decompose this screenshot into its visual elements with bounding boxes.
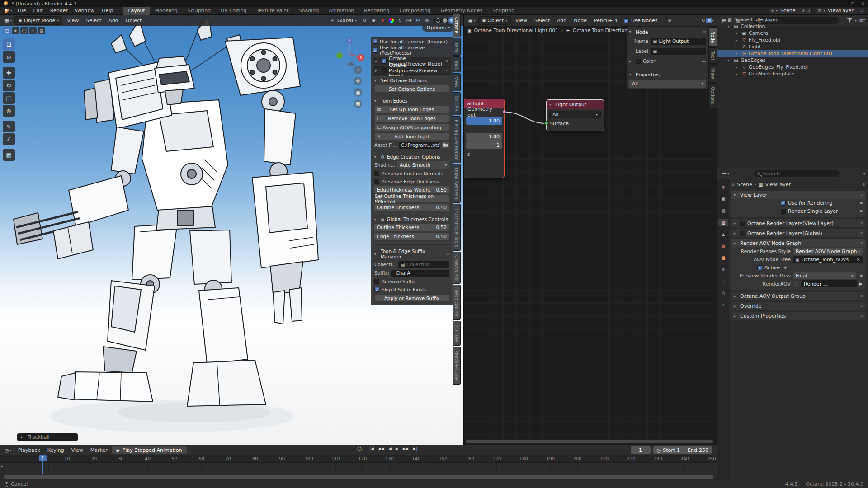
viewport-menu[interactable]: Select bbox=[82, 17, 105, 24]
node-editor-menu[interactable]: Select bbox=[531, 17, 553, 24]
color-wheel-icon[interactable] bbox=[389, 18, 394, 23]
panel-header-view-layer[interactable]: ▾View Layer≡ bbox=[731, 191, 866, 199]
panel-header[interactable]: ▾Node≡ bbox=[629, 28, 706, 35]
overlay-toggle-icon[interactable]: ◍ bbox=[706, 18, 712, 23]
suffix-field[interactable]: _CharA bbox=[391, 270, 449, 277]
outliner-item-label[interactable]: GeoEdges_Fly_Fixed.obj bbox=[749, 64, 808, 70]
octane-check-row[interactable]: Use for all cameras (PostProcess) bbox=[373, 45, 451, 56]
viewport-menu[interactable]: Object bbox=[122, 17, 146, 24]
new-layer-icon[interactable]: ❏ bbox=[860, 9, 863, 13]
add-cube-tool[interactable]: ▦ bbox=[3, 149, 15, 161]
timeline-ruler[interactable]: 1020304050607080901001101201301401501601… bbox=[0, 455, 717, 463]
overlays-dropdown[interactable]: ◍ bbox=[424, 18, 430, 23]
surface-input-socket[interactable] bbox=[544, 121, 548, 125]
cursor-tool[interactable]: ⊕ bbox=[3, 51, 15, 63]
sidebar-tab[interactable]: View bbox=[708, 65, 717, 83]
octane-check-row[interactable]: Preserve EdgeThickness bbox=[374, 178, 449, 185]
properties-filter-dropdown[interactable]: All▾ bbox=[629, 80, 706, 88]
property-check-row[interactable]: Use for Rendering ● bbox=[731, 199, 866, 207]
object-visibility-dropdown[interactable]: ◎▾ bbox=[406, 18, 412, 23]
play-button[interactable]: ▶ bbox=[396, 446, 399, 451]
scale-tool[interactable]: ◱ bbox=[3, 92, 15, 104]
sidebar-tab[interactable]: Quad Remesh bbox=[453, 164, 461, 203]
shading-wireframe-icon[interactable] bbox=[436, 18, 440, 23]
workspace-tab[interactable]: Layout bbox=[123, 7, 150, 15]
checkbox[interactable] bbox=[781, 209, 786, 214]
pin-icon[interactable]: ⊙ bbox=[666, 18, 672, 23]
editor-type-button[interactable]: ◉▾ bbox=[467, 17, 477, 24]
sidebar-tab[interactable]: Crowds Pro bbox=[453, 252, 461, 284]
grid-ortho-icon[interactable]: ▦ bbox=[354, 99, 362, 108]
workspace-tab[interactable]: Shading bbox=[294, 7, 324, 15]
outliner-row[interactable]: ▾ GeoEdges bbox=[717, 57, 868, 64]
panel-header[interactable]: ▾Toon Edges bbox=[374, 98, 449, 104]
render-icon[interactable] bbox=[718, 195, 728, 203]
sidebar-tab[interactable]: View bbox=[453, 73, 461, 91]
checkbox[interactable] bbox=[636, 59, 641, 64]
output-icon[interactable] bbox=[718, 207, 728, 215]
viewport-menu[interactable]: Add bbox=[105, 17, 122, 24]
use-nodes-toggle[interactable]: Use Nodes bbox=[624, 17, 658, 24]
pan-hand-icon[interactable]: ✥ bbox=[354, 77, 362, 85]
checkbox[interactable] bbox=[382, 68, 387, 73]
camera-view-icon[interactable]: ▣ bbox=[354, 88, 362, 97]
sidebar-tab[interactable]: Options bbox=[708, 83, 717, 108]
timeline-menu[interactable]: Keying bbox=[44, 446, 68, 454]
node-value-slider[interactable]: 1.00 bbox=[466, 133, 502, 141]
current-frame-field[interactable]: 1 bbox=[631, 446, 651, 454]
outliner-row[interactable]: ▸ GeoNodeTemplate bbox=[717, 70, 868, 77]
decorator-dot[interactable]: ● bbox=[784, 266, 787, 269]
timeline-menu[interactable]: View bbox=[68, 446, 87, 454]
object-data-icon[interactable] bbox=[718, 301, 728, 309]
timeline-menu[interactable]: Marker bbox=[87, 446, 111, 454]
expand-arrow-icon[interactable]: ▸ bbox=[736, 31, 740, 35]
topbar-menu[interactable]: Edit bbox=[29, 8, 46, 14]
color-row[interactable]: ▸ Color ≔ bbox=[629, 57, 706, 65]
pin-icon[interactable]: ⊙ bbox=[862, 183, 865, 187]
outliner-row[interactable]: ▾ Collection bbox=[717, 23, 868, 30]
select-box-tool[interactable]: ⊡ bbox=[3, 38, 15, 50]
editor-type-button[interactable]: ▦▾ bbox=[3, 17, 14, 24]
zoom-icon[interactable]: + bbox=[354, 66, 362, 74]
timeline-scrollbar[interactable] bbox=[4, 475, 713, 479]
outline-thickness-slider[interactable]: Outline Thickness 0.50 bbox=[374, 204, 449, 211]
node-label-field[interactable] bbox=[651, 48, 706, 55]
toon-edges-button[interactable]: Set Up Toon Edges bbox=[374, 105, 449, 113]
outliner-item-label[interactable]: GeoEdges bbox=[741, 57, 765, 63]
jump-prev-keyframe-button[interactable]: ◀◀ bbox=[378, 446, 384, 451]
options-dropdown[interactable]: Options▾ bbox=[422, 24, 454, 32]
toon-edges-button[interactable]: Add Toon Light bbox=[374, 132, 449, 140]
outliner[interactable]: ▤▾ ▥▾ Search ▾ ▤⁺ Scene Collection ▾ Col… bbox=[717, 15, 868, 168]
jump-next-keyframe-button[interactable]: ▶▶ bbox=[403, 446, 409, 451]
sidebar-tab[interactable]: Brushstroke Tools bbox=[453, 204, 461, 250]
list-icon[interactable]: ≔ bbox=[702, 58, 707, 64]
outliner-item-label[interactable]: GeoNodeTemplate bbox=[749, 71, 794, 77]
object-icon[interactable] bbox=[718, 254, 728, 262]
decorator-dot[interactable]: ● bbox=[860, 209, 863, 213]
snap-magnet-icon[interactable]: ∪ bbox=[362, 18, 368, 23]
expand-arrow-icon[interactable]: ▸ bbox=[736, 45, 740, 49]
outliner-item-label[interactable]: Camera bbox=[749, 30, 768, 36]
expand-arrow-icon[interactable]: ▸ bbox=[736, 72, 740, 76]
expand-arrow-icon[interactable]: ▸ bbox=[736, 52, 740, 56]
node-editor-menu[interactable]: View bbox=[512, 17, 531, 24]
topbar-menu[interactable]: File bbox=[14, 8, 29, 14]
checkbox[interactable] bbox=[624, 18, 629, 23]
expand-arrow-icon[interactable]: ▸ bbox=[736, 65, 740, 69]
collapsed-panel-header[interactable]: ▸ Octane Render Layers(Global)≡ bbox=[731, 229, 866, 237]
view-layer-selector[interactable]: ▥▾ ViewLayer ❏ bbox=[816, 8, 865, 14]
jump-to-start-button[interactable]: |◀ bbox=[369, 446, 374, 451]
workspace-tab[interactable]: Animation bbox=[324, 7, 359, 15]
shading-mode-dropdown[interactable]: Auto Smooth▾ bbox=[397, 161, 449, 169]
outliner-row[interactable]: ▸ Fly_Fixed.obj bbox=[717, 37, 868, 43]
collapsed-panel-header[interactable]: ▸ Octane Render Layers(View Layer)≡ bbox=[731, 219, 866, 227]
jump-to-end-button[interactable]: ▶| bbox=[413, 446, 418, 451]
workspace-tab[interactable]: Scripting bbox=[487, 7, 519, 15]
set-octane-options-button[interactable]: Set Octane Options bbox=[374, 85, 449, 93]
panel-header[interactable]: ▾Properties≡ bbox=[629, 71, 706, 78]
frame-range-fields[interactable]: ◷ Start1 End250 bbox=[653, 446, 712, 454]
outliner-item-label[interactable]: Scene Collection bbox=[734, 17, 775, 23]
measure-tool[interactable]: ∠ bbox=[3, 133, 15, 145]
sidebar-tab[interactable]: Octane bbox=[453, 14, 461, 37]
render-aov-field[interactable]: Render ... bbox=[801, 280, 857, 287]
